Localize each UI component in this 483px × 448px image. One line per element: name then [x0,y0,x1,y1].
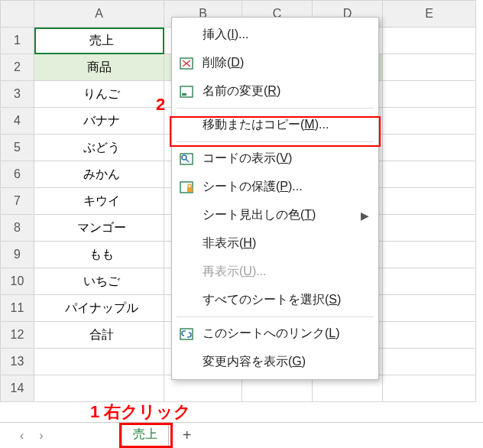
ctx-label: 再表示(U)... [203,264,369,280]
ctx-label: 変更内容を表示(G) [203,354,369,370]
tab-nav-next[interactable]: › [34,429,47,443]
cell[interactable] [383,188,476,215]
rename-icon [178,86,195,98]
ctx-separator [177,141,374,142]
row-header[interactable]: 3 [1,81,34,108]
cell[interactable]: バナナ [34,108,164,135]
ctx-select-all-sheets[interactable]: すべてのシートを選択(S) [172,286,378,314]
lock-icon [178,181,195,193]
row-header[interactable]: 5 [1,135,34,161]
ctx-view-code[interactable]: コードの表示(V) [172,144,378,173]
ctx-move-or-copy[interactable]: 移動またはコピー(M)... [172,111,378,139]
row-header[interactable]: 4 [1,108,34,135]
row-header[interactable]: 9 [1,242,34,268]
cell[interactable] [383,28,476,54]
cell[interactable]: 合計 [34,322,164,349]
ctx-label: 移動またはコピー(M)... [203,117,369,133]
cell[interactable] [383,161,476,188]
ctx-label: 名前の変更(R) [203,83,369,99]
cell[interactable]: 売上 [34,28,164,54]
cell[interactable] [383,242,476,268]
row-header[interactable]: 2 [1,54,34,81]
row-header[interactable]: 10 [1,268,34,295]
cell[interactable]: マンゴー [34,215,164,242]
ctx-tab-color[interactable]: シート見出しの色(T) ▶ [172,201,378,229]
row-header[interactable]: 7 [1,188,34,215]
cell[interactable]: ぶどう [34,135,164,161]
ctx-separator [177,108,374,109]
col-header-A[interactable]: A [34,1,164,28]
cell[interactable]: キウイ [34,188,164,215]
ctx-hide[interactable]: 非表示(H) [172,229,378,258]
ctx-delete[interactable]: 削除(D) [172,49,378,77]
cell[interactable] [34,349,164,375]
cell[interactable]: もも [34,242,164,268]
svg-line-7 [186,159,189,162]
sheet-context-menu: 挿入(I)... 削除(D) 名前の変更(R) 移動またはコピー(M)... コ… [171,17,379,380]
row-header[interactable]: 1 [1,28,34,54]
ctx-protect-sheet[interactable]: シートの保護(P)... [172,173,378,201]
cell[interactable] [383,349,476,375]
cell[interactable] [383,81,476,108]
cell[interactable] [383,268,476,295]
annotation-step1: 1 右クリック [90,401,191,424]
link-icon [178,328,195,340]
sheet-tab-bar: ‹ › 売上 + [0,422,483,448]
ctx-unhide: 再表示(U)... [172,258,378,286]
ctx-label: このシートへのリンク(L) [203,326,369,342]
svg-rect-9 [187,187,193,192]
cell[interactable]: 商品 [34,54,164,81]
ctx-label: 挿入(I)... [203,27,369,43]
tab-nav-prev[interactable]: ‹ [15,429,28,443]
ctx-rename[interactable]: 名前の変更(R) [172,77,378,106]
col-header-E[interactable]: E [383,1,476,28]
cell[interactable]: りんご [34,81,164,108]
row-header[interactable]: 8 [1,215,34,242]
cell[interactable]: みかん [34,161,164,188]
ctx-label: 削除(D) [203,55,369,71]
cell[interactable] [383,322,476,349]
chevron-right-icon: ▶ [361,209,369,222]
row-header[interactable]: 11 [1,295,34,322]
delete-icon [178,57,195,70]
row-header[interactable]: 13 [1,349,34,375]
cell[interactable] [383,108,476,135]
code-icon [178,153,195,165]
add-sheet-button[interactable]: + [175,427,199,444]
cell[interactable] [34,375,164,402]
ctx-label: シートの保護(P)... [203,179,369,195]
cell[interactable] [383,135,476,161]
select-all-cell[interactable] [1,1,34,28]
cell[interactable]: いちご [34,268,164,295]
ctx-separator [177,317,374,317]
cell[interactable] [383,54,476,81]
ctx-label: コードの表示(V) [203,151,369,167]
ctx-label: 非表示(H) [203,235,369,252]
ctx-label: シート見出しの色(T) [203,207,353,223]
ctx-show-changes[interactable]: 変更内容を表示(G) [172,348,378,376]
cell[interactable]: パイナップル [34,295,164,322]
row-header[interactable]: 14 [1,375,34,402]
cell[interactable] [383,295,476,322]
cell[interactable] [383,215,476,242]
svg-rect-4 [182,93,186,96]
ctx-link-to-sheet[interactable]: このシートへのリンク(L) [172,320,378,348]
ctx-insert[interactable]: 挿入(I)... [172,21,378,49]
row-header[interactable]: 6 [1,161,34,188]
cell[interactable] [383,375,476,402]
sheet-tab-active[interactable]: 売上 [122,424,169,448]
ctx-label: すべてのシートを選択(S) [203,292,369,308]
row-header[interactable]: 12 [1,322,34,349]
